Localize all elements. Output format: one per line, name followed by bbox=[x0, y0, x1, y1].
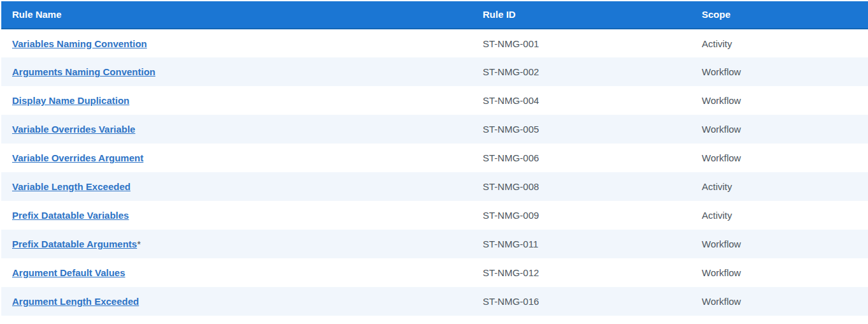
scope-cell: Activity bbox=[692, 29, 868, 57]
rule-name-cell: Variables Naming Convention bbox=[1, 29, 473, 57]
rule-name-cell: Prefix Datatable Arguments* bbox=[1, 230, 473, 258]
rule-id-cell: ST-NMG-002 bbox=[473, 57, 692, 86]
rule-name-cell: Display Name Duplication bbox=[1, 86, 473, 115]
table-row: Prefix Datatable Arguments* ST-NMG-011 W… bbox=[1, 230, 868, 258]
rule-id-cell: ST-NMG-006 bbox=[473, 144, 692, 172]
rule-link[interactable]: Variable Length Exceeded bbox=[12, 181, 131, 192]
rule-link[interactable]: Variable Overrides Variable bbox=[12, 124, 135, 135]
table-body: Variables Naming Convention ST-NMG-001 A… bbox=[1, 29, 868, 316]
rule-name-cell: Argument Default Values bbox=[1, 258, 473, 287]
header-row: Rule Name Rule ID Scope bbox=[1, 1, 868, 29]
table-row: Argument Default Values ST-NMG-012 Workf… bbox=[1, 258, 868, 287]
rule-link[interactable]: Argument Length Exceeded bbox=[12, 296, 139, 307]
rule-id-cell: ST-NMG-009 bbox=[473, 201, 692, 230]
rule-name-suffix: * bbox=[137, 239, 141, 249]
rule-id-cell: ST-NMG-012 bbox=[473, 258, 692, 287]
scope-cell: Workflow bbox=[692, 230, 868, 258]
rule-name-cell: Variable Length Exceeded bbox=[1, 172, 473, 201]
table-row: Variables Naming Convention ST-NMG-001 A… bbox=[1, 29, 868, 57]
rule-link[interactable]: Display Name Duplication bbox=[12, 95, 129, 106]
rule-id-cell: ST-NMG-008 bbox=[473, 172, 692, 201]
rule-link[interactable]: Prefix Datatable Variables bbox=[12, 210, 129, 221]
rule-id-cell: ST-NMG-016 bbox=[473, 287, 692, 316]
rule-link[interactable]: Prefix Datatable Arguments bbox=[12, 239, 137, 249]
column-header-scope: Scope bbox=[692, 1, 868, 29]
scope-cell: Workflow bbox=[692, 287, 868, 316]
table-row: Prefix Datatable Variables ST-NMG-009 Ac… bbox=[1, 201, 868, 230]
rule-id-cell: ST-NMG-005 bbox=[473, 115, 692, 144]
table-row: Argument Length Exceeded ST-NMG-016 Work… bbox=[1, 287, 868, 316]
rules-table: Rule Name Rule ID Scope Variables Naming… bbox=[1, 1, 868, 316]
scope-cell: Activity bbox=[692, 201, 868, 230]
rule-link[interactable]: Variable Overrides Argument bbox=[12, 152, 143, 163]
table-header: Rule Name Rule ID Scope bbox=[1, 1, 868, 29]
scope-cell: Activity bbox=[692, 172, 868, 201]
rule-name-cell: Variable Overrides Variable bbox=[1, 115, 473, 144]
table-row: Variable Overrides Variable ST-NMG-005 W… bbox=[1, 115, 868, 144]
rules-table-container: Rule Name Rule ID Scope Variables Naming… bbox=[1, 1, 868, 316]
rule-id-cell: ST-NMG-004 bbox=[473, 86, 692, 115]
rule-name-cell: Argument Length Exceeded bbox=[1, 287, 473, 316]
rule-id-cell: ST-NMG-001 bbox=[473, 29, 692, 57]
column-header-rule-name: Rule Name bbox=[1, 1, 473, 29]
scope-cell: Workflow bbox=[692, 258, 868, 287]
rule-link[interactable]: Argument Default Values bbox=[12, 267, 125, 278]
rule-name-cell: Prefix Datatable Variables bbox=[1, 201, 473, 230]
column-header-rule-id: Rule ID bbox=[473, 1, 692, 29]
table-row: Display Name Duplication ST-NMG-004 Work… bbox=[1, 86, 868, 115]
scope-cell: Workflow bbox=[692, 86, 868, 115]
rule-link[interactable]: Variables Naming Convention bbox=[12, 38, 147, 49]
rule-name-cell: Variable Overrides Argument bbox=[1, 144, 473, 172]
table-row: Variable Overrides Argument ST-NMG-006 W… bbox=[1, 144, 868, 172]
rule-id-cell: ST-NMG-011 bbox=[473, 230, 692, 258]
rule-name-cell: Arguments Naming Convention bbox=[1, 57, 473, 86]
scope-cell: Workflow bbox=[692, 115, 868, 144]
rule-link[interactable]: Arguments Naming Convention bbox=[12, 66, 155, 77]
scope-cell: Workflow bbox=[692, 57, 868, 86]
table-row: Arguments Naming Convention ST-NMG-002 W… bbox=[1, 57, 868, 86]
scope-cell: Workflow bbox=[692, 144, 868, 172]
table-row: Variable Length Exceeded ST-NMG-008 Acti… bbox=[1, 172, 868, 201]
